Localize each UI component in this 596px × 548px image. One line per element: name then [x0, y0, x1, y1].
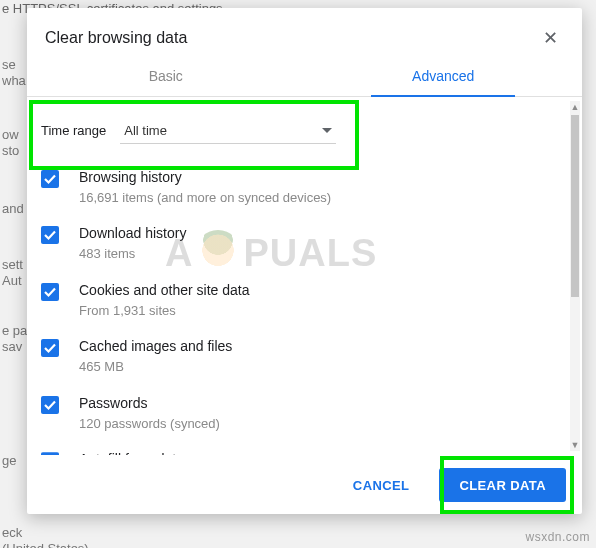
scroll-up-icon[interactable]: ▲: [570, 101, 580, 113]
clear-data-button[interactable]: CLEAR DATA: [439, 468, 566, 502]
close-icon[interactable]: ✕: [538, 26, 562, 50]
checkbox-passwords[interactable]: [41, 396, 59, 414]
source-watermark: wsxdn.com: [525, 530, 590, 544]
scroll-down-icon[interactable]: ▼: [570, 439, 580, 451]
item-title: Cached images and files: [79, 337, 232, 356]
checkbox-autofill[interactable]: [41, 452, 59, 455]
item-title: Passwords: [79, 394, 220, 413]
tab-advanced[interactable]: Advanced: [305, 56, 583, 96]
time-range-row: Time range All time: [27, 97, 568, 154]
tabs: Basic Advanced: [27, 56, 582, 97]
time-range-value: All time: [124, 123, 167, 138]
bg-frag: (United States): [0, 540, 160, 548]
checkbox-cache[interactable]: [41, 339, 59, 357]
list-item: Download history 483 items: [41, 216, 558, 272]
item-title: Download history: [79, 224, 186, 243]
list-item: Browsing history 16,691 items (and more …: [41, 160, 558, 216]
dialog-title: Clear browsing data: [45, 29, 187, 47]
list-item: Cookies and other site data From 1,931 s…: [41, 273, 558, 329]
checkbox-browsing-history[interactable]: [41, 170, 59, 188]
tab-basic[interactable]: Basic: [27, 56, 305, 96]
item-subtitle: 120 passwords (synced): [79, 415, 220, 433]
scrollbar[interactable]: ▲ ▼: [570, 101, 580, 451]
item-title: Browsing history: [79, 168, 331, 187]
data-type-list: Browsing history 16,691 items (and more …: [27, 154, 568, 455]
list-item: Cached images and files 465 MB: [41, 329, 558, 385]
clear-browsing-data-dialog: Clear browsing data ✕ Basic Advanced Tim…: [27, 8, 582, 514]
chevron-down-icon: [322, 128, 332, 133]
list-item: Autofill form data: [41, 442, 558, 455]
cancel-button[interactable]: CANCEL: [333, 468, 430, 502]
item-subtitle: 16,691 items (and more on synced devices…: [79, 189, 331, 207]
checkbox-download-history[interactable]: [41, 226, 59, 244]
dialog-actions: CANCEL CLEAR DATA: [27, 455, 582, 514]
time-range-label: Time range: [41, 123, 106, 138]
scroll-thumb[interactable]: [571, 115, 579, 297]
item-subtitle: From 1,931 sites: [79, 302, 249, 320]
checkbox-cookies[interactable]: [41, 283, 59, 301]
item-subtitle: 483 items: [79, 245, 186, 263]
item-title: Cookies and other site data: [79, 281, 249, 300]
item-subtitle: 465 MB: [79, 358, 232, 376]
item-title: Autofill form data: [79, 450, 184, 455]
list-item: Passwords 120 passwords (synced): [41, 386, 558, 442]
time-range-select[interactable]: All time: [120, 117, 336, 144]
